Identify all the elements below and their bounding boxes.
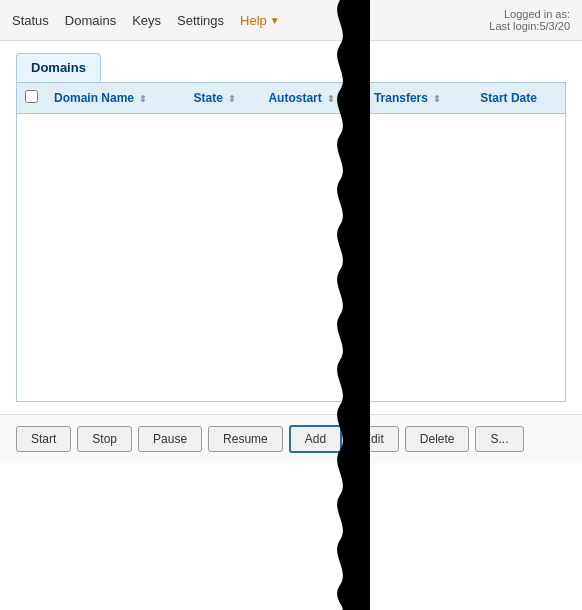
sort-domain-name-icon: ⇕: [139, 94, 147, 104]
resume-button[interactable]: Resume: [208, 426, 283, 452]
select-all-checkbox[interactable]: [25, 90, 38, 103]
main-content: Domains Domain Name ⇕ State ⇕: [0, 41, 582, 414]
start-button[interactable]: Start: [16, 426, 71, 452]
domains-table: Domain Name ⇕ State ⇕ Autostart ⇕ Transf…: [17, 83, 565, 394]
nav-user-info: Logged in as: Last login:5/3/20: [489, 8, 570, 32]
add-button[interactable]: Add: [289, 425, 342, 453]
nav-help[interactable]: Help ▼: [240, 13, 280, 28]
edit-button[interactable]: Edit: [348, 426, 399, 452]
delete-button[interactable]: Delete: [405, 426, 470, 452]
tab-bar: Domains: [16, 53, 566, 82]
col-state[interactable]: State ⇕: [186, 83, 261, 114]
nav-keys[interactable]: Keys: [132, 13, 161, 28]
nav-settings[interactable]: Settings: [177, 13, 224, 28]
table-header-row: Domain Name ⇕ State ⇕ Autostart ⇕ Transf…: [17, 83, 565, 114]
navbar: Status Domains Keys Settings Help ▼ Logg…: [0, 0, 582, 41]
sort-state-icon: ⇕: [228, 94, 236, 104]
sort-autostart-icon: ⇕: [327, 94, 335, 104]
nav-status[interactable]: Status: [12, 13, 49, 28]
pause-button[interactable]: Pause: [138, 426, 202, 452]
col-autostart[interactable]: Autostart ⇕: [260, 83, 365, 114]
action-toolbar: Start Stop Pause Resume Add Edit Delete …: [0, 414, 582, 463]
table-body: [17, 114, 565, 394]
stop-button[interactable]: Stop: [77, 426, 132, 452]
col-transfers[interactable]: Transfers ⇕: [366, 83, 472, 114]
logged-in-label: Logged in as:: [504, 8, 570, 20]
nav-domains[interactable]: Domains: [65, 13, 116, 28]
table-container: Domain Name ⇕ State ⇕ Autostart ⇕ Transf…: [16, 82, 566, 402]
last-login: Last login:5/3/20: [489, 20, 570, 32]
select-all-col: [17, 83, 46, 114]
col-domain-name[interactable]: Domain Name ⇕: [46, 83, 186, 114]
col-start-date[interactable]: Start Date: [472, 83, 565, 114]
tab-domains[interactable]: Domains: [16, 53, 101, 82]
help-chevron-icon: ▼: [270, 15, 280, 26]
sort-transfers-icon: ⇕: [433, 94, 441, 104]
nav-links: Status Domains Keys Settings Help ▼: [12, 13, 280, 28]
s-button[interactable]: S...: [475, 426, 523, 452]
